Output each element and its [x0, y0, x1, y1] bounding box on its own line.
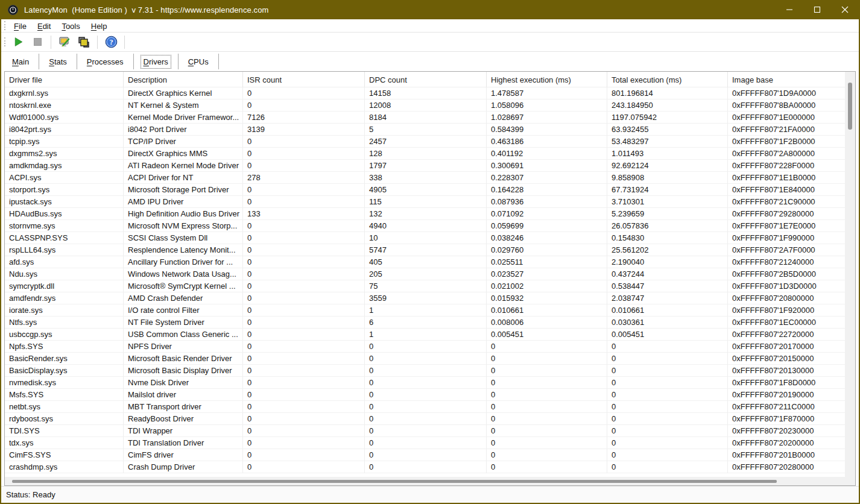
- cell-description: MBT Transport driver: [124, 401, 243, 413]
- vertical-scrollbar[interactable]: [845, 72, 855, 477]
- cell-image-base: 0xFFFFF807'1F870000: [728, 413, 855, 425]
- tab-stats[interactable]: Stats: [46, 55, 69, 68]
- cell-image-base: 0xFFFFF807'21C90000: [728, 196, 855, 208]
- table-row[interactable]: CimFS.SYSCimFS driver00000xFFFFF807'201B…: [5, 449, 855, 461]
- cell-image-base: 0xFFFFF807'8BA00000: [728, 99, 855, 112]
- cell-dpc-count: 405: [365, 256, 487, 268]
- close-button[interactable]: [831, 0, 859, 19]
- column-header-driver-file[interactable]: Driver file: [5, 72, 124, 87]
- cell-total-execution: 0: [607, 425, 728, 437]
- table-row[interactable]: TDI.SYSTDI Wrapper00000xFFFFF807'2023000…: [5, 425, 855, 437]
- toolbar-gripper[interactable]: [4, 37, 6, 46]
- cell-highest-execution: 0.025511: [487, 256, 607, 268]
- cell-isr-count: 133: [243, 208, 365, 220]
- table-row[interactable]: afd.sysAncillary Function Driver for ...…: [5, 256, 855, 268]
- table-row[interactable]: stornvme.sysMicrosoft NVM Express Storp.…: [5, 220, 855, 232]
- drivers-table: Driver fileDescriptionISR countDPC count…: [4, 71, 856, 486]
- menu-file[interactable]: File: [8, 22, 32, 31]
- table-row[interactable]: crashdmp.sysCrash Dump Driver00000xFFFFF…: [5, 461, 855, 473]
- cell-description: I/O rate control Filter: [124, 304, 243, 317]
- cell-description: Kernel Mode Driver Framewor...: [124, 112, 243, 124]
- table-row[interactable]: Ntfs.sysNT File System Driver060.0080060…: [5, 317, 855, 329]
- table-row[interactable]: amdkmdag.sysATI Radeon Kernel Mode Drive…: [5, 160, 855, 172]
- help-button[interactable]: ?: [103, 34, 119, 50]
- table-row[interactable]: ipustack.sysAMD IPU Driver01150.0879363.…: [5, 196, 855, 208]
- table-row[interactable]: dxgkrnl.sysDirectX Graphics Kernel014158…: [5, 87, 855, 99]
- column-header-total-execution-ms[interactable]: Total execution (ms): [607, 72, 728, 87]
- cell-total-execution: 9.858908: [607, 172, 728, 184]
- stop-monitor-button[interactable]: [30, 34, 45, 50]
- cell-driver-file: rspLLL64.sys: [5, 244, 124, 256]
- copy-report-button[interactable]: [76, 34, 92, 50]
- table-row[interactable]: ACPI.sysACPI Driver for NT2783380.228307…: [5, 172, 855, 184]
- horizontal-scrollbar-thumb[interactable]: [12, 480, 777, 483]
- table-row[interactable]: rspLLL64.sysResplendence Latency Monit..…: [5, 244, 855, 256]
- menu-help[interactable]: Help: [86, 22, 113, 31]
- table-row[interactable]: storport.sysMicrosoft Storage Port Drive…: [5, 184, 855, 196]
- table-row[interactable]: netbt.sysMBT Transport driver00000xFFFFF…: [5, 401, 855, 413]
- table-row[interactable]: BasicRender.sysMicrosoft Basic Render Dr…: [5, 353, 855, 365]
- cell-isr-count: 0: [243, 136, 365, 148]
- cell-total-execution: 2.038747: [607, 292, 728, 304]
- table-row[interactable]: BasicDisplay.sysMicrosoft Basic Display …: [5, 365, 855, 377]
- column-header-description[interactable]: Description: [124, 72, 243, 87]
- table-row[interactable]: Npfs.SYSNPFS Driver00000xFFFFF807'201700…: [5, 341, 855, 353]
- cell-dpc-count: 12008: [365, 99, 487, 112]
- table-row[interactable]: nvmedisk.sysNvme Disk Driver00000xFFFFF8…: [5, 377, 855, 389]
- table-row[interactable]: amdfendr.sysAMD Crash Defender035590.015…: [5, 292, 855, 304]
- tab-processes[interactable]: Processes: [84, 55, 126, 68]
- table-row[interactable]: dxgmms2.sysDirectX Graphics MMS01280.401…: [5, 148, 855, 160]
- cell-isr-count: 0: [243, 461, 365, 473]
- menu-edit[interactable]: Edit: [32, 22, 56, 31]
- menu-tools[interactable]: Tools: [56, 22, 85, 31]
- cell-isr-count: 0: [243, 377, 365, 389]
- column-header-highest-execution-ms[interactable]: Highest execution (ms): [487, 72, 607, 87]
- table-row[interactable]: Ndu.sysWindows Network Data Usag...02050…: [5, 268, 855, 280]
- table-row[interactable]: ntoskrnl.exeNT Kernel & System0120081.05…: [5, 99, 855, 112]
- cell-image-base: 0xFFFFF807'20190000: [728, 389, 855, 401]
- column-header-image-base[interactable]: Image base: [728, 72, 855, 87]
- cell-isr-count: 0: [243, 196, 365, 208]
- statusbar: Status: Ready: [1, 486, 859, 503]
- cell-driver-file: HDAudBus.sys: [5, 208, 124, 220]
- cell-highest-execution: 0: [487, 413, 607, 425]
- cell-total-execution: 53.483297: [607, 136, 728, 148]
- column-header-dpc-count[interactable]: DPC count: [365, 72, 487, 87]
- menubar-gripper[interactable]: [4, 21, 6, 30]
- table-row[interactable]: symcryptk.dllMicrosoft® SymCrypt Kernel …: [5, 280, 855, 292]
- cell-image-base: 0xFFFFF807'20130000: [728, 365, 855, 377]
- vertical-scrollbar-thumb[interactable]: [848, 83, 852, 130]
- table-row[interactable]: i8042prt.sysi8042 Port Driver313950.5843…: [5, 124, 855, 136]
- cell-isr-count: 278: [243, 172, 365, 184]
- table-row[interactable]: iorate.sysI/O rate control Filter010.010…: [5, 304, 855, 317]
- minimize-button[interactable]: [776, 0, 803, 19]
- cell-image-base: 0xFFFFF807'1F2B0000: [728, 136, 855, 148]
- start-monitor-button[interactable]: [10, 34, 26, 50]
- tab-drivers[interactable]: Drivers: [141, 55, 171, 68]
- table-row[interactable]: HDAudBus.sysHigh Definition Audio Bus Dr…: [5, 208, 855, 220]
- cell-description: Microsoft Basic Render Driver: [124, 353, 243, 365]
- table-row[interactable]: tdx.sysTDI Translation Driver00000xFFFFF…: [5, 437, 855, 449]
- column-header-isr-count[interactable]: ISR count: [243, 72, 365, 87]
- menubar: FileEditToolsHelp: [1, 19, 859, 33]
- cell-image-base: 0xFFFFF807'21240000: [728, 256, 855, 268]
- options-button[interactable]: [57, 34, 72, 50]
- table-row[interactable]: Msfs.SYSMailslot driver00000xFFFFF807'20…: [5, 389, 855, 401]
- table-row[interactable]: CLASSPNP.SYSSCSI Class System Dll0100.03…: [5, 232, 855, 244]
- table-row[interactable]: Wdf01000.sysKernel Mode Driver Framewor.…: [5, 112, 855, 124]
- tab-cpus[interactable]: CPUs: [186, 55, 211, 68]
- tab-separator: [39, 54, 39, 69]
- table-row[interactable]: tcpip.sysTCP/IP Driver024570.46318653.48…: [5, 136, 855, 148]
- cell-dpc-count: 132: [365, 208, 487, 220]
- cell-dpc-count: 3559: [365, 292, 487, 304]
- table-row[interactable]: usbccgp.sysUSB Common Class Generic ...0…: [5, 329, 855, 341]
- maximize-button[interactable]: [803, 0, 831, 19]
- cell-dpc-count: 8184: [365, 112, 487, 124]
- cell-highest-execution: 0.087936: [487, 196, 607, 208]
- cell-image-base: 0xFFFFF807'201B0000: [728, 449, 855, 461]
- cell-driver-file: amdfendr.sys: [5, 292, 124, 304]
- tab-main[interactable]: Main: [10, 55, 31, 68]
- table-row[interactable]: rdyboost.sysReadyBoost Driver00000xFFFFF…: [5, 413, 855, 425]
- horizontal-scrollbar[interactable]: [5, 477, 855, 485]
- cell-highest-execution: 0.228307: [487, 172, 607, 184]
